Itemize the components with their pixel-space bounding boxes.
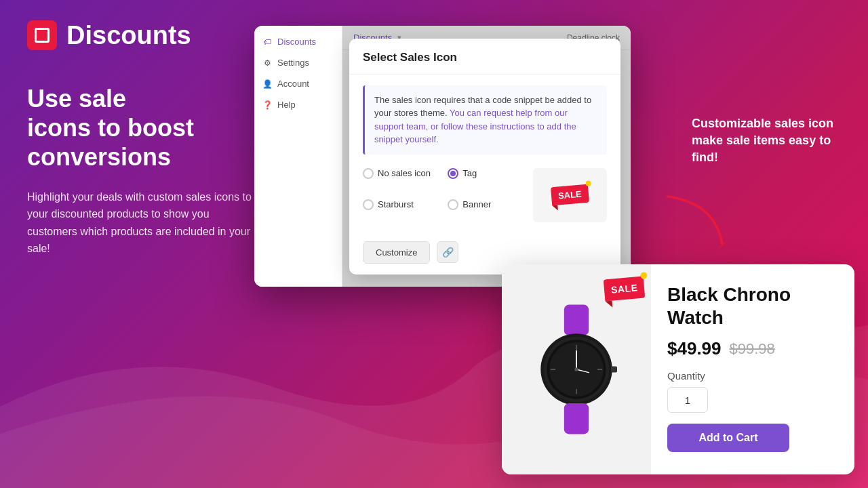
settings-icon: ⚙: [262, 58, 272, 68]
options-grid: No sales icon Tag SALE: [363, 168, 607, 222]
price-original: $99.98: [730, 340, 775, 358]
add-to-cart-button[interactable]: Add to Cart: [667, 424, 789, 452]
app-screenshot: 🏷 Discounts ⚙ Settings 👤 Account ❓ Help …: [254, 26, 631, 287]
modal-overlay: Select Sales Icon The sales icon require…: [342, 26, 631, 287]
svg-rect-1: [564, 305, 589, 336]
sidebar-item-help[interactable]: ❓ Help: [254, 94, 342, 115]
modal-body: The sales icon requires that a code snip…: [349, 75, 620, 233]
radio-no-sales-icon[interactable]: [363, 168, 374, 179]
sale-tag-preview: SALE: [551, 184, 589, 206]
brand-icon: [27, 20, 57, 50]
product-info: Black Chrono Watch $49.99 $99.98 Quantit…: [651, 264, 854, 474]
option-tag[interactable]: Tag: [448, 168, 521, 179]
sidebar-item-help-label: Help: [277, 100, 296, 110]
option-banner-label: Banner: [462, 199, 491, 209]
sale-badge: SALE: [603, 276, 645, 301]
app-layout: 🏷 Discounts ⚙ Settings 👤 Account ❓ Help …: [254, 26, 631, 287]
tag-preview: SALE: [533, 168, 607, 222]
modal-title: Select Sales Icon: [363, 51, 607, 64]
sidebar-item-account[interactable]: 👤 Account: [254, 73, 342, 94]
customize-button[interactable]: Customize: [363, 241, 430, 264]
svg-rect-13: [611, 366, 617, 372]
app-main: Discounts ▾ Deadline clock Select Sales …: [342, 26, 631, 287]
discount-icon: 🏷: [262, 37, 272, 47]
radio-banner[interactable]: [448, 199, 458, 210]
hero-heading: Use sale icons to boost conversions: [27, 84, 258, 172]
sidebar-item-settings-label: Settings: [277, 58, 309, 68]
option-no-sales-icon-label: No sales icon: [378, 168, 431, 178]
option-tag-label: Tag: [462, 168, 477, 178]
arrow: [661, 190, 743, 258]
option-no-sales-icon[interactable]: No sales icon: [363, 168, 437, 179]
quantity-input[interactable]: 1: [667, 387, 708, 413]
brand-title: Discounts: [66, 21, 191, 50]
sidebar-item-discounts-label: Discounts: [277, 37, 316, 47]
left-panel: Discounts Use sale icons to boost conver…: [27, 20, 258, 258]
link-icon-button[interactable]: 🔗: [437, 241, 458, 263]
svg-rect-14: [564, 403, 589, 434]
product-image-area: SALE: [502, 264, 651, 474]
info-box: The sales icon requires that a code snip…: [363, 85, 607, 155]
price-row: $49.99 $99.98: [667, 338, 838, 359]
radio-starburst[interactable]: [363, 199, 374, 210]
brand-header: Discounts: [27, 20, 258, 50]
option-starburst[interactable]: Starburst: [363, 199, 437, 210]
product-name: Black Chrono Watch: [667, 283, 838, 329]
option-banner[interactable]: Banner: [448, 199, 521, 210]
product-card: SALE Black Chrono Watch: [502, 264, 854, 474]
link-icon: 🔗: [442, 247, 454, 258]
sidebar-item-settings[interactable]: ⚙ Settings: [254, 52, 342, 73]
brand-icon-inner: [35, 28, 50, 43]
account-icon: 👤: [262, 79, 272, 89]
sidebar-item-discounts[interactable]: 🏷 Discounts: [254, 31, 342, 52]
svg-point-12: [574, 367, 578, 371]
quantity-label: Quantity: [667, 370, 838, 382]
watch-image: [522, 302, 631, 437]
select-sales-icon-modal: Select Sales Icon The sales icon require…: [349, 39, 620, 274]
hero-description: Highlight your deals with custom sales i…: [27, 188, 258, 258]
sidebar-item-account-label: Account: [277, 79, 309, 89]
price-current: $49.99: [667, 338, 722, 359]
radio-tag[interactable]: [448, 168, 458, 179]
app-sidebar: 🏷 Discounts ⚙ Settings 👤 Account ❓ Help: [254, 26, 342, 287]
option-starburst-label: Starburst: [378, 199, 414, 209]
help-icon: ❓: [262, 100, 272, 110]
modal-header: Select Sales Icon: [349, 39, 620, 75]
right-callout: Customizable sales icon make sale items …: [692, 115, 841, 167]
